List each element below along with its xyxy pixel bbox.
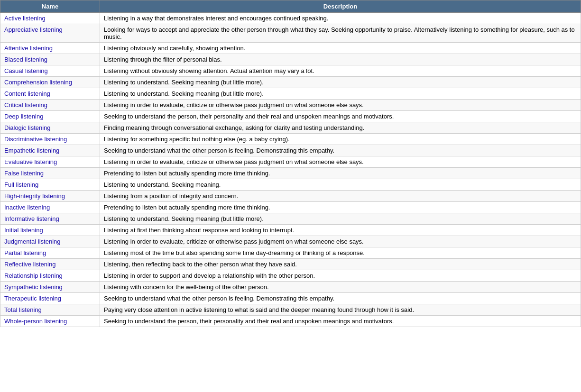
name-cell[interactable]: Therapeutic listening <box>0 293 100 304</box>
table-row: Judgmental listeningListening in order t… <box>0 236 581 247</box>
name-cell[interactable]: Appreciative listening <box>0 24 100 43</box>
name-cell[interactable]: Deep listening <box>0 111 100 122</box>
table-row: Casual listeningListening without obviou… <box>0 65 581 77</box>
name-cell[interactable]: Reflective listening <box>0 259 100 270</box>
description-cell: Listening to understand. Seeking meaning… <box>100 88 581 100</box>
description-cell: Paying very close attention in active li… <box>100 304 581 316</box>
table-row: Deep listeningSeeking to understand the … <box>0 111 581 122</box>
table-row: Whole-person listeningSeeking to underst… <box>0 316 581 327</box>
name-cell[interactable]: Inactive listening <box>0 202 100 213</box>
description-cell: Looking for ways to accept and appreciat… <box>100 24 581 43</box>
description-cell: Listening through the filter of personal… <box>100 54 581 65</box>
name-cell[interactable]: Critical listening <box>0 100 100 111</box>
table-row: Full listeningListening to understand. S… <box>0 179 581 191</box>
description-cell: Listening from a position of integrity a… <box>100 191 581 202</box>
description-cell: Listening most of the time but also spen… <box>100 247 581 259</box>
table-row: Attentive listeningListening obviously a… <box>0 43 581 54</box>
name-cell[interactable]: Total listening <box>0 304 100 316</box>
name-cell[interactable]: High-integrity listening <box>0 191 100 202</box>
table-row: False listeningPretending to listen but … <box>0 168 581 179</box>
table-row: Sympathetic listeningListening with conc… <box>0 282 581 293</box>
name-cell[interactable]: Empathetic listening <box>0 145 100 156</box>
description-cell: Listening to understand. Seeking meaning… <box>100 77 581 88</box>
description-cell: Seeking to understand what the other per… <box>100 293 581 304</box>
table-row: Discriminative listeningListening for so… <box>0 134 581 145</box>
listening-types-table: Name Description Active listeningListeni… <box>0 0 581 327</box>
name-cell[interactable]: Whole-person listening <box>0 316 100 327</box>
name-cell[interactable]: Relationship listening <box>0 270 100 282</box>
description-cell: Listening in order to evaluate, criticiz… <box>100 236 581 247</box>
description-cell: Pretending to listen but actually spendi… <box>100 168 581 179</box>
table-row: Informative listeningListening to unders… <box>0 213 581 225</box>
description-column-header: Description <box>100 0 581 13</box>
table-row: Partial listeningListening most of the t… <box>0 247 581 259</box>
name-cell[interactable]: Evaluative listening <box>0 156 100 168</box>
table-row: Dialogic listeningFinding meaning throug… <box>0 122 581 134</box>
description-cell: Listening to understand. Seeking meaning… <box>100 213 581 225</box>
table-row: Reflective listeningListening, then refl… <box>0 259 581 270</box>
table-row: Active listeningListening in a way that … <box>0 13 581 24</box>
table-row: Critical listeningListening in order to … <box>0 100 581 111</box>
name-cell[interactable]: Content listening <box>0 88 100 100</box>
table-row: Empathetic listeningSeeking to understan… <box>0 145 581 156</box>
description-cell: Listening in order to support and develo… <box>100 270 581 282</box>
name-cell[interactable]: Sympathetic listening <box>0 282 100 293</box>
name-column-header: Name <box>0 0 100 13</box>
table-row: Evaluative listeningListening in order t… <box>0 156 581 168</box>
table-row: Total listeningPaying very close attenti… <box>0 304 581 316</box>
table-row: High-integrity listeningListening from a… <box>0 191 581 202</box>
table-header-row: Name Description <box>0 0 581 13</box>
description-cell: Finding meaning through conversational e… <box>100 122 581 134</box>
description-cell: Listening for something specific but not… <box>100 134 581 145</box>
description-cell: Listening to understand. Seeking meaning… <box>100 179 581 191</box>
name-cell[interactable]: Attentive listening <box>0 43 100 54</box>
table-row: Inactive listeningPretending to listen b… <box>0 202 581 213</box>
table-row: Comprehension listeningListening to unde… <box>0 77 581 88</box>
description-cell: Pretending to listen but actually spendi… <box>100 202 581 213</box>
description-cell: Listening without obviously showing atte… <box>100 65 581 77</box>
table-row: Initial listeningListening at first then… <box>0 225 581 236</box>
description-cell: Listening in a way that demonstrates int… <box>100 13 581 24</box>
name-cell[interactable]: Biased listening <box>0 54 100 65</box>
name-cell[interactable]: Full listening <box>0 179 100 191</box>
table-row: Content listeningListening to understand… <box>0 88 581 100</box>
description-cell: Seeking to understand the person, their … <box>100 316 581 327</box>
description-cell: Listening with concern for the well-bein… <box>100 282 581 293</box>
description-cell: Listening, then reflecting back to the o… <box>100 259 581 270</box>
name-cell[interactable]: Dialogic listening <box>0 122 100 134</box>
table-row: Therapeutic listeningSeeking to understa… <box>0 293 581 304</box>
table-row: Relationship listeningListening in order… <box>0 270 581 282</box>
description-cell: Seeking to understand what the other per… <box>100 145 581 156</box>
name-cell[interactable]: Initial listening <box>0 225 100 236</box>
description-cell: Listening in order to evaluate, criticiz… <box>100 100 581 111</box>
table-row: Appreciative listeningLooking for ways t… <box>0 24 581 43</box>
description-cell: Listening obviously and carefully, showi… <box>100 43 581 54</box>
name-cell[interactable]: Discriminative listening <box>0 134 100 145</box>
name-cell[interactable]: Comprehension listening <box>0 77 100 88</box>
name-cell[interactable]: Judgmental listening <box>0 236 100 247</box>
name-cell[interactable]: Active listening <box>0 13 100 24</box>
table-row: Biased listeningListening through the fi… <box>0 54 581 65</box>
name-cell[interactable]: Casual listening <box>0 65 100 77</box>
name-cell[interactable]: Partial listening <box>0 247 100 259</box>
description-cell: Listening in order to evaluate, criticiz… <box>100 156 581 168</box>
name-cell[interactable]: False listening <box>0 168 100 179</box>
description-cell: Seeking to understand the person, their … <box>100 111 581 122</box>
name-cell[interactable]: Informative listening <box>0 213 100 225</box>
description-cell: Listening at first then thinking about r… <box>100 225 581 236</box>
